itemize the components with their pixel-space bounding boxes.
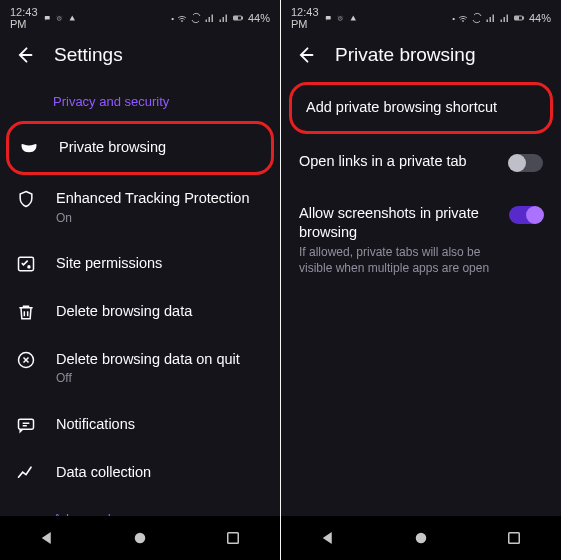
svg-point-13 bbox=[462, 21, 463, 22]
item-label: Delete browsing data bbox=[56, 302, 264, 322]
item-data-collection[interactable]: Data collection bbox=[0, 449, 280, 497]
svg-point-17 bbox=[416, 533, 427, 544]
warning-icon bbox=[350, 15, 357, 22]
item-open-links-private[interactable]: Open links in a private tab bbox=[281, 136, 561, 188]
shield-icon bbox=[16, 189, 36, 209]
settings-screen: 12:43 PM • 44% Settings Privacy and secu… bbox=[0, 0, 280, 560]
alarm-icon bbox=[337, 15, 344, 22]
mask-icon bbox=[19, 138, 39, 158]
status-time: 12:43 PM bbox=[10, 6, 38, 30]
signal-icon bbox=[485, 12, 497, 24]
svg-rect-16 bbox=[515, 17, 519, 20]
item-label: Open links in a private tab bbox=[299, 152, 495, 172]
sync-icon bbox=[190, 12, 202, 24]
sync-icon bbox=[471, 12, 483, 24]
item-private-browsing[interactable]: Private browsing bbox=[6, 121, 274, 175]
dot-icon: • bbox=[171, 14, 174, 23]
signal2-icon bbox=[218, 12, 230, 24]
private-browsing-screen: 12:43 PM • 44% Private browsing Add priv… bbox=[281, 0, 561, 560]
page-title: Settings bbox=[54, 44, 123, 66]
signal2-icon bbox=[499, 12, 511, 24]
item-delete-data[interactable]: Delete browsing data bbox=[0, 288, 280, 336]
dot-icon: • bbox=[452, 14, 455, 23]
status-bar: 12:43 PM • 44% bbox=[281, 0, 561, 34]
signal-icon bbox=[204, 12, 216, 24]
permissions-icon bbox=[16, 254, 36, 274]
close-circle-icon bbox=[16, 350, 36, 370]
item-delete-on-quit[interactable]: Delete browsing data on quit Off bbox=[0, 336, 280, 401]
svg-rect-4 bbox=[241, 17, 242, 19]
item-add-shortcut[interactable]: Add private browsing shortcut bbox=[289, 82, 553, 134]
battery-percent: 44% bbox=[248, 12, 270, 24]
item-label: Private browsing bbox=[59, 138, 261, 158]
settings-list: Privacy and security Private browsing En… bbox=[0, 80, 280, 560]
chart-icon bbox=[16, 463, 36, 483]
battery-icon bbox=[513, 12, 525, 24]
item-label: Delete browsing data on quit bbox=[56, 350, 264, 370]
chat-icon bbox=[44, 15, 51, 22]
item-sub: On bbox=[56, 210, 264, 226]
wifi-icon bbox=[176, 12, 188, 24]
battery-percent: 44% bbox=[529, 12, 551, 24]
svg-rect-18 bbox=[509, 533, 520, 544]
toggle-allow-screenshots[interactable] bbox=[509, 206, 543, 224]
chat-icon bbox=[325, 15, 332, 22]
item-notifications[interactable]: Notifications bbox=[0, 401, 280, 449]
item-allow-screenshots[interactable]: Allow screenshots in private browsing If… bbox=[281, 188, 561, 293]
svg-rect-8 bbox=[19, 419, 34, 429]
item-label: Enhanced Tracking Protection bbox=[56, 189, 264, 209]
nav-recent-icon[interactable] bbox=[505, 529, 523, 547]
nav-bar bbox=[0, 516, 280, 560]
svg-rect-6 bbox=[19, 257, 34, 270]
status-bar: 12:43 PM • 44% bbox=[0, 0, 280, 34]
app-header: Private browsing bbox=[281, 34, 561, 80]
app-header: Settings bbox=[0, 34, 280, 80]
warning-icon bbox=[69, 15, 76, 22]
battery-icon bbox=[232, 12, 244, 24]
page-title: Private browsing bbox=[335, 44, 475, 66]
section-privacy: Privacy and security bbox=[0, 80, 280, 121]
nav-home-icon[interactable] bbox=[412, 529, 430, 547]
back-icon[interactable] bbox=[295, 45, 315, 65]
svg-rect-10 bbox=[228, 533, 239, 544]
svg-point-9 bbox=[135, 533, 146, 544]
toggle-open-links[interactable] bbox=[509, 154, 543, 172]
item-label: Data collection bbox=[56, 463, 264, 483]
trash-icon bbox=[16, 302, 36, 322]
item-label: Allow screenshots in private browsing bbox=[299, 204, 495, 243]
svg-rect-5 bbox=[234, 17, 238, 20]
item-label: Notifications bbox=[56, 415, 264, 435]
item-sub: Off bbox=[56, 370, 264, 386]
svg-point-2 bbox=[181, 21, 182, 22]
back-icon[interactable] bbox=[14, 45, 34, 65]
svg-rect-0 bbox=[44, 16, 49, 20]
item-sub: If allowed, private tabs will also be vi… bbox=[299, 244, 495, 276]
nav-home-icon[interactable] bbox=[131, 529, 149, 547]
nav-back-icon[interactable] bbox=[38, 529, 56, 547]
svg-rect-11 bbox=[325, 16, 330, 20]
wifi-icon bbox=[457, 12, 469, 24]
nav-recent-icon[interactable] bbox=[224, 529, 242, 547]
item-etp[interactable]: Enhanced Tracking Protection On bbox=[0, 175, 280, 240]
private-browsing-list: Add private browsing shortcut Open links… bbox=[281, 80, 561, 560]
comment-icon bbox=[16, 415, 36, 435]
item-label: Site permissions bbox=[56, 254, 264, 274]
nav-bar bbox=[281, 516, 561, 560]
svg-rect-15 bbox=[522, 17, 523, 19]
alarm-icon bbox=[56, 15, 63, 22]
item-site-permissions[interactable]: Site permissions bbox=[0, 240, 280, 288]
nav-back-icon[interactable] bbox=[319, 529, 337, 547]
item-label: Add private browsing shortcut bbox=[306, 98, 536, 118]
status-time: 12:43 PM bbox=[291, 6, 319, 30]
